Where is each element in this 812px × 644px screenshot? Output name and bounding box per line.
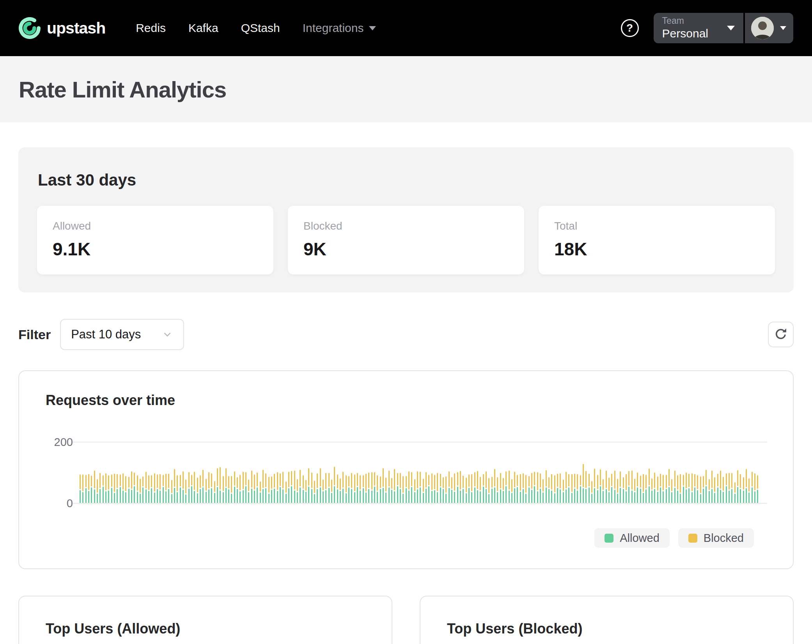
bar bbox=[197, 478, 198, 503]
bar bbox=[686, 472, 687, 503]
bar bbox=[720, 471, 721, 503]
bar bbox=[128, 477, 129, 503]
nav-link-kafka[interactable]: Kafka bbox=[188, 21, 218, 35]
bar bbox=[354, 474, 355, 503]
bar bbox=[528, 476, 530, 503]
bar bbox=[709, 479, 710, 503]
bar bbox=[363, 475, 364, 503]
bar bbox=[402, 476, 404, 503]
bar bbox=[348, 476, 349, 503]
bar bbox=[391, 478, 392, 503]
bar bbox=[214, 481, 215, 503]
bar bbox=[440, 474, 441, 503]
bar bbox=[568, 474, 569, 503]
bar bbox=[663, 475, 664, 503]
bar bbox=[191, 475, 192, 503]
bar bbox=[234, 471, 235, 503]
bar bbox=[323, 479, 324, 503]
bar bbox=[211, 473, 212, 503]
team-selector[interactable]: Team Personal bbox=[654, 13, 743, 43]
chart-legend: Allowed Blocked bbox=[594, 528, 754, 548]
bar bbox=[445, 476, 447, 503]
nav-link-redis[interactable]: Redis bbox=[136, 21, 166, 35]
upstash-brand[interactable]: upstash bbox=[19, 17, 105, 39]
bar bbox=[523, 473, 524, 503]
stat-value: 18K bbox=[554, 239, 759, 260]
bar bbox=[257, 472, 258, 503]
bar bbox=[468, 474, 470, 503]
bar bbox=[97, 479, 98, 503]
chevron-down-icon bbox=[369, 26, 376, 30]
bar bbox=[177, 475, 178, 503]
bar bbox=[394, 469, 395, 503]
bar bbox=[477, 471, 478, 503]
bar bbox=[337, 474, 338, 503]
bar bbox=[483, 474, 484, 503]
refresh-button[interactable] bbox=[768, 322, 794, 347]
bar bbox=[466, 478, 467, 503]
avatar bbox=[751, 17, 774, 39]
bar bbox=[626, 474, 627, 503]
bar bbox=[300, 470, 301, 503]
chevron-down-icon bbox=[161, 329, 173, 340]
legend-item-blocked[interactable]: Blocked bbox=[678, 528, 754, 548]
bar bbox=[308, 468, 309, 503]
bar bbox=[505, 471, 507, 503]
avatar-chevron-down-icon bbox=[780, 26, 786, 30]
bar bbox=[723, 477, 724, 503]
bar bbox=[748, 478, 750, 503]
bar bbox=[311, 472, 312, 503]
help-button[interactable]: ? bbox=[621, 19, 639, 37]
bar bbox=[82, 474, 83, 503]
bar bbox=[331, 479, 332, 503]
nav-link-qstash[interactable]: QStash bbox=[241, 21, 280, 35]
legend-item-allowed[interactable]: Allowed bbox=[594, 528, 670, 548]
bar bbox=[225, 468, 227, 503]
bar bbox=[108, 475, 109, 503]
stat-cards: Allowed 9.1K Blocked 9K Total 18K bbox=[37, 206, 775, 274]
bar bbox=[220, 467, 221, 503]
bar bbox=[471, 474, 472, 503]
bar bbox=[543, 479, 544, 503]
bar bbox=[500, 473, 501, 503]
stats-heading: Last 30 days bbox=[38, 171, 775, 189]
bar bbox=[145, 472, 147, 503]
user-menu[interactable] bbox=[745, 13, 793, 43]
time-range-select[interactable]: Past 10 days bbox=[60, 319, 184, 350]
top-users-blocked-card: Top Users (Blocked) bbox=[420, 596, 794, 644]
top-nav: upstash Redis Kafka QStash Integrations … bbox=[0, 0, 812, 56]
top-users-allowed-card: Top Users (Allowed) bbox=[18, 596, 392, 644]
bar bbox=[239, 475, 241, 503]
bar bbox=[486, 471, 487, 503]
bar bbox=[474, 472, 475, 503]
bar bbox=[248, 479, 249, 503]
bar bbox=[637, 472, 638, 503]
bar bbox=[185, 479, 186, 503]
bar bbox=[571, 474, 573, 503]
bar bbox=[566, 472, 567, 503]
bar bbox=[517, 475, 518, 503]
bar bbox=[683, 475, 684, 503]
stat-card-allowed: Allowed 9.1K bbox=[37, 206, 273, 274]
blocked-swatch-icon bbox=[688, 534, 697, 543]
bar bbox=[737, 470, 738, 503]
bar bbox=[414, 479, 415, 503]
bar bbox=[691, 473, 693, 503]
bar bbox=[480, 477, 481, 503]
bar bbox=[288, 472, 289, 503]
bar bbox=[91, 476, 92, 503]
bar bbox=[200, 475, 201, 503]
bar bbox=[457, 472, 458, 503]
bar bbox=[726, 473, 727, 503]
bar bbox=[383, 468, 384, 503]
legend-label: Blocked bbox=[704, 532, 744, 545]
bar bbox=[171, 480, 172, 503]
legend-label: Allowed bbox=[620, 532, 660, 545]
bar bbox=[157, 474, 158, 503]
bar bbox=[563, 479, 564, 503]
bar bbox=[377, 475, 378, 503]
nav-link-integrations[interactable]: Integrations bbox=[303, 21, 376, 35]
bar bbox=[183, 471, 184, 503]
bar bbox=[254, 474, 255, 503]
bar bbox=[645, 475, 647, 503]
